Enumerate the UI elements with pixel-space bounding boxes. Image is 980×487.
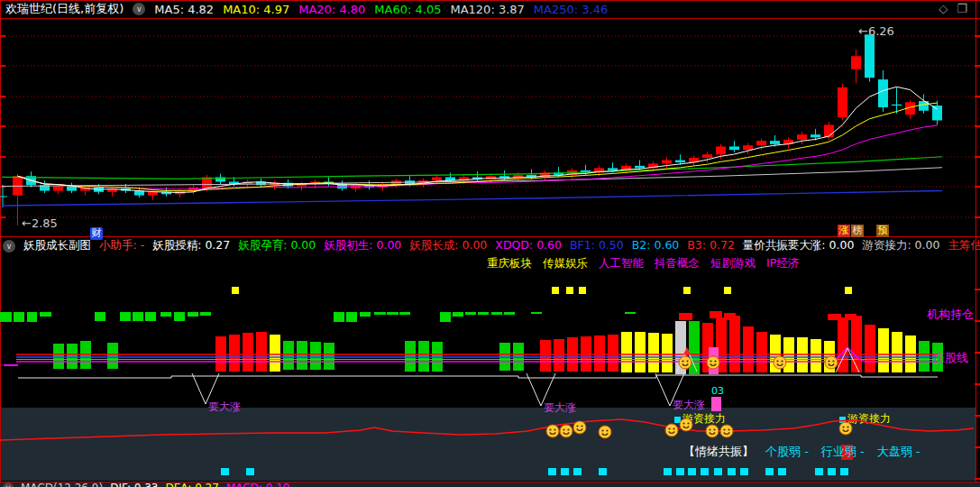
svg-text:要大涨: 要大涨: [208, 400, 241, 413]
sector-tag[interactable]: 重庆板块: [487, 256, 532, 271]
corner-badge[interactable]: 涨: [838, 225, 850, 237]
svg-text:要大涨: 要大涨: [544, 401, 576, 414]
window-controls: ◇ ❐: [939, 2, 967, 15]
smiley-emoji: [573, 421, 586, 434]
smiley-emoji: [599, 426, 611, 438]
indicator-field: B2: 0.60: [632, 238, 680, 253]
sentiment-item: 行业弱 -: [821, 444, 865, 460]
svg-text:←6.26: ←6.26: [858, 24, 894, 38]
smiley-emoji: [546, 425, 559, 437]
indicator-title[interactable]: 妖股成长副图: [23, 238, 91, 253]
diamond-icon[interactable]: ◇: [939, 2, 948, 15]
ma-value: MA250: 3.46: [534, 3, 608, 16]
svg-text:03: 03: [711, 385, 724, 397]
frame-top: [0, 0, 980, 1]
sentiment-items: 个股弱 -行业弱 -大盘弱 -: [765, 444, 920, 460]
smiley-emoji: [706, 425, 719, 437]
macd-values: DIF: 0.33DEA: 0.27MACD: 0.10: [110, 482, 289, 487]
indicator-fields: 小助手: -妖股授精: 0.27妖股孕育: 0.00妖股初生: 0.00妖股长成…: [99, 238, 980, 253]
sector-tags: 重庆板块传媒娱乐人工智能抖音概念短剧游戏IP经济: [487, 256, 799, 271]
corner-badge[interactable]: 榜: [851, 225, 864, 237]
macd-value: MACD: 0.10: [226, 482, 290, 487]
indicator-field: 妖股授精: 0.27: [152, 238, 230, 253]
chevron-down-icon[interactable]: ∨: [133, 3, 145, 15]
indicator-field: B3: 0.72: [687, 238, 735, 253]
svg-text:要大涨: 要大涨: [673, 399, 705, 411]
svg-text:游资接力: 游资接力: [682, 412, 726, 425]
indicator-field: BF1: 0.50: [570, 238, 624, 253]
indicator-field: 小助手: -: [99, 238, 144, 253]
ma-legend: MA5: 4.82MA10: 4.97MA20: 4.80MA60: 4.05M…: [154, 3, 608, 16]
macd-value: DEA: 0.27: [165, 482, 218, 487]
smiley-emoji: [774, 356, 786, 369]
ma-value: MA120: 3.87: [450, 3, 524, 16]
sector-tag[interactable]: IP经济: [766, 256, 799, 271]
panes-icon[interactable]: ❐: [957, 2, 967, 15]
macd-strip: ∨ MACD(12,26,9) DIF: 0.33DEA: 0.27MACD: …: [0, 482, 980, 487]
sector-tag[interactable]: 传媒娱乐: [543, 256, 588, 271]
sector-tag[interactable]: 短剧游戏: [710, 256, 756, 271]
indicator-field: 量价共振要大涨: 0.00: [743, 238, 855, 253]
smiley-emoji: [707, 356, 719, 369]
indicator-field: XDQD: 0.60: [495, 238, 562, 253]
stock-title: 欢瑞世纪(日线,前复权): [5, 1, 124, 17]
corner-badge[interactable]: 预: [876, 225, 889, 237]
svg-text:←2.85: ←2.85: [22, 216, 58, 230]
chevron-down-icon[interactable]: ∨: [3, 482, 14, 487]
title-bar: 欢瑞世纪(日线,前复权) ∨ MA5: 4.82MA10: 4.97MA20: …: [0, 0, 980, 18]
indicator-header: ∨ 妖股成长副图 小助手: -妖股授精: 0.27妖股孕育: 0.00妖股初生:…: [0, 237, 980, 254]
ma-value: MA5: 4.82: [154, 3, 214, 16]
smiley-emoji: [839, 422, 852, 435]
sentiment-prefix: 【情绪共振】: [683, 444, 754, 460]
candles: [13, 32, 942, 225]
ma-value: MA20: 4.80: [298, 3, 365, 16]
macd-title: MACD(12,26,9): [21, 482, 103, 487]
smiley-emoji: [679, 356, 691, 369]
sector-tag[interactable]: 抖音概念: [655, 256, 700, 271]
smiley-emoji: [680, 418, 692, 431]
chevron-down-icon[interactable]: ∨: [3, 240, 15, 253]
frame-under-title: [0, 18, 980, 19]
svg-text:游资接力: 游资接力: [847, 412, 891, 425]
indicator-field: 游资接力: 0.00: [862, 238, 939, 253]
smiley-emoji: [720, 425, 733, 437]
smiley-emoji: [560, 425, 572, 437]
indicator-field: 妖股初生: 0.00: [324, 238, 401, 253]
sector-tag[interactable]: 人工智能: [599, 256, 644, 271]
ma-value: MA10: 4.97: [223, 3, 289, 16]
ma-value: MA60: 4.05: [374, 3, 441, 16]
indicator-field: 妖股长成: 0.00: [409, 238, 487, 253]
indicator-field: 主筹估算X: -2.16: [948, 238, 980, 253]
candlestick-chart[interactable]: ←2.85←6.26: [0, 19, 980, 234]
smiley-emoji: [665, 424, 678, 436]
sentiment-item: 个股弱 -: [765, 444, 809, 460]
sentiment-row: 【情绪共振】 个股弱 -行业弱 -大盘弱 -: [683, 444, 920, 460]
smiley-emoji: [825, 356, 838, 369]
macd-value: DIF: 0.33: [110, 482, 158, 487]
indicator-field: 妖股孕育: 0.00: [238, 238, 316, 253]
sentiment-item: 大盘弱 -: [877, 444, 920, 460]
svg-text:机构持仓: 机构持仓: [927, 308, 974, 321]
svg-text:庄股线: 庄股线: [933, 351, 968, 364]
trading-app-window: 欢瑞世纪(日线,前复权) ∨ MA5: 4.82MA10: 4.97MA20: …: [0, 0, 980, 487]
